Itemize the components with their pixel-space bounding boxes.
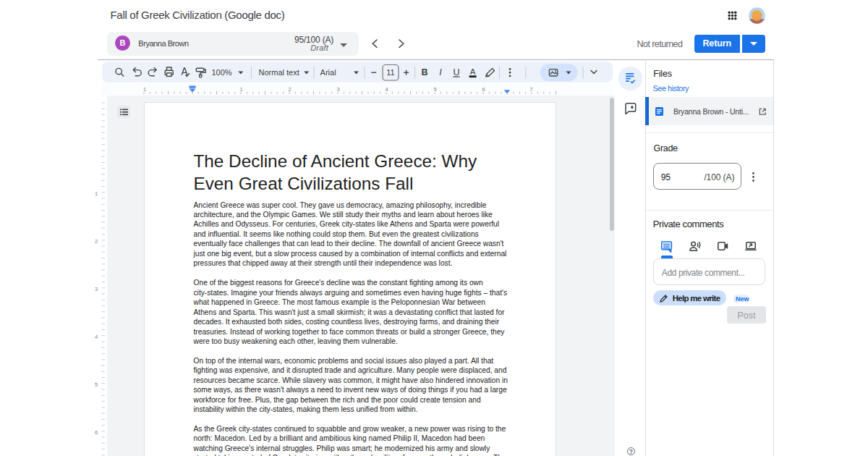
svg-text:4: 4: [385, 85, 388, 92]
svg-text:I: I: [439, 67, 442, 77]
svg-text:2: 2: [95, 237, 98, 244]
svg-text:3: 3: [336, 85, 339, 92]
svg-text:A: A: [470, 67, 476, 76]
svg-text:1: 1: [143, 85, 146, 92]
svg-text:100%: 100%: [212, 68, 232, 77]
svg-text:Arial: Arial: [320, 68, 336, 77]
svg-text:5: 5: [433, 85, 436, 92]
svg-text:3: 3: [95, 285, 98, 292]
svg-text:11: 11: [386, 68, 394, 77]
svg-text:2: 2: [288, 85, 291, 92]
svg-text:1: 1: [95, 190, 98, 196]
svg-text:5: 5: [95, 381, 98, 387]
svg-text:Normal text: Normal text: [259, 68, 299, 77]
svg-text:B: B: [421, 67, 427, 77]
svg-text:6: 6: [95, 428, 98, 435]
svg-text:7: 7: [529, 85, 532, 92]
svg-text:4: 4: [95, 333, 98, 339]
svg-text:1: 1: [239, 85, 242, 92]
svg-text:6: 6: [482, 85, 485, 92]
svg-text:U: U: [453, 67, 459, 77]
